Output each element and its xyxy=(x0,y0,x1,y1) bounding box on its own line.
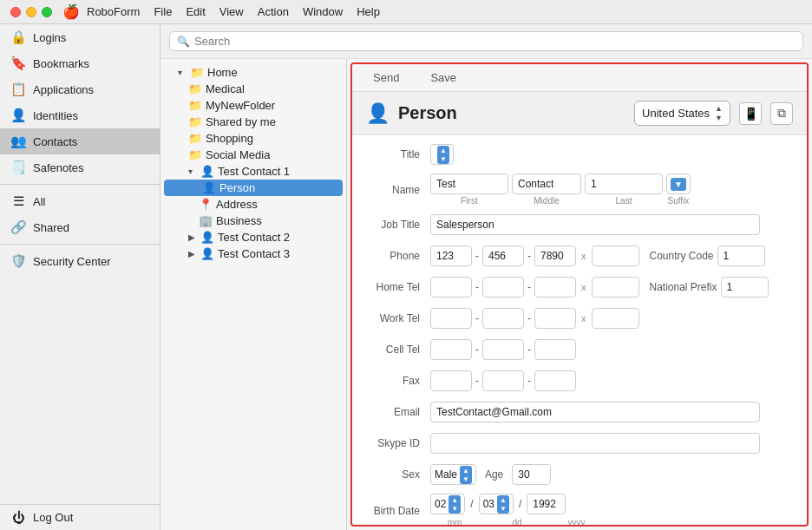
sidebar-item-shared[interactable]: 🔗 Shared xyxy=(0,214,160,240)
send-button[interactable]: Send xyxy=(366,69,406,86)
fax-seg1[interactable] xyxy=(430,370,472,391)
close-button[interactable] xyxy=(10,7,21,17)
middle-name-input[interactable] xyxy=(512,173,581,194)
country-dropdown[interactable]: United States ▲ ▼ xyxy=(634,101,730,126)
email-row: Email xyxy=(370,400,789,424)
menu-edit[interactable]: Edit xyxy=(186,5,205,18)
sidebar-item-identities[interactable]: 👤 Identities xyxy=(0,102,160,128)
fax-dash1: - xyxy=(475,375,479,387)
sex-select[interactable]: Male ▲ ▼ xyxy=(430,464,476,485)
suffix-select[interactable]: ▼ xyxy=(666,173,691,194)
menu-action[interactable]: Action xyxy=(258,5,289,18)
sex-age-controls: Male ▲ ▼ Age xyxy=(430,464,789,485)
device-icon-button[interactable]: 📱 xyxy=(739,102,762,125)
birth-mm-arrows[interactable]: ▲ ▼ xyxy=(449,495,461,514)
celltel-seg2[interactable] xyxy=(482,339,524,360)
sex-label: Sex xyxy=(370,468,430,481)
dd-up-arrow: ▲ xyxy=(500,496,507,504)
tree-item-person[interactable]: 👤 Person xyxy=(164,180,343,196)
phone-seg2[interactable] xyxy=(482,245,524,266)
tree-item-address[interactable]: 📍 Address xyxy=(160,196,346,213)
tree-item-social-media[interactable]: 📁 Social Media xyxy=(160,147,346,163)
copy-icon-button[interactable]: ⧉ xyxy=(770,102,793,125)
contacts-icon: 👥 xyxy=(10,134,26,149)
fax-controls: - - xyxy=(430,370,789,391)
job-title-input[interactable] xyxy=(430,214,760,235)
worktel-clear-btn[interactable]: x xyxy=(580,313,588,324)
birth-dd-arrows[interactable]: ▲ ▼ xyxy=(497,495,509,514)
menu-window[interactable]: Window xyxy=(303,5,343,18)
tree-item-shared-by-me[interactable]: 📁 Shared by me xyxy=(160,114,346,130)
birth-mm-select[interactable]: 02 ▲ ▼ xyxy=(430,494,465,514)
search-icon: 🔍 xyxy=(177,36,190,48)
search-wrap: 🔍 xyxy=(169,31,803,51)
sidebar-item-bookmarks[interactable]: 🔖 Bookmarks xyxy=(0,50,160,76)
last-name-input[interactable] xyxy=(585,173,663,194)
middle-name-group: Middle xyxy=(512,173,581,206)
cell-tel-controls: - - xyxy=(430,339,789,360)
save-button[interactable]: Save xyxy=(423,69,463,86)
worktel-seg3[interactable] xyxy=(534,308,576,329)
security-icon: 🛡️ xyxy=(10,253,26,269)
tree-item-shopping[interactable]: 📁 Shopping xyxy=(160,130,346,147)
title-arrows[interactable]: ▲ ▼ xyxy=(437,146,449,164)
tree-item-home[interactable]: ▾ 📁 Home xyxy=(160,64,346,81)
celltel-seg1[interactable] xyxy=(430,339,472,360)
tree-item-tc3[interactable]: ▶ 👤 Test Contact 3 xyxy=(160,245,346,262)
sidebar-item-security[interactable]: 🛡️ Security Center xyxy=(0,248,160,274)
job-title-controls xyxy=(430,214,789,235)
phone-seg3[interactable] xyxy=(534,245,576,266)
tree-item-medical[interactable]: 📁 Medical xyxy=(160,81,346,97)
tree-label-person: Person xyxy=(219,181,255,194)
menu-view[interactable]: View xyxy=(219,5,244,18)
hometel-seg2[interactable] xyxy=(482,277,524,298)
celltel-seg3[interactable] xyxy=(534,339,576,360)
hometel-clear-btn[interactable]: x xyxy=(580,282,588,292)
slash1: / xyxy=(470,498,473,510)
national-prefix-input[interactable] xyxy=(721,277,769,298)
menu-help[interactable]: Help xyxy=(357,5,380,18)
birth-yyyy-input[interactable] xyxy=(527,494,566,514)
name-row: Name First Middle xyxy=(370,173,789,206)
sidebar-item-safenotes[interactable]: 🗒️ Safenotes xyxy=(0,154,160,180)
hometel-seg1[interactable] xyxy=(430,277,472,298)
tree-item-tc2[interactable]: ▶ 👤 Test Contact 2 xyxy=(160,229,346,245)
fax-label: Fax xyxy=(370,375,430,387)
skype-input[interactable] xyxy=(430,433,760,454)
title-select[interactable]: ▲ ▼ xyxy=(430,144,454,165)
worktel-seg2[interactable] xyxy=(482,308,524,329)
hometel-seg3[interactable] xyxy=(534,277,576,298)
birth-dd-select[interactable]: 03 ▲ ▼ xyxy=(479,494,514,514)
first-name-input[interactable] xyxy=(430,173,508,194)
sidebar-item-contacts[interactable]: 👥 Contacts xyxy=(0,128,160,154)
phone-seg1[interactable] xyxy=(430,245,472,266)
sidebar-item-all[interactable]: ☰ All xyxy=(0,188,160,214)
menu-file[interactable]: File xyxy=(154,5,172,18)
phone-clear-btn[interactable]: x xyxy=(580,251,588,261)
fax-seg3[interactable] xyxy=(534,370,576,391)
sidebar-divider xyxy=(0,184,160,185)
birth-date-label: Birth Date xyxy=(370,505,430,517)
sex-arrows[interactable]: ▲ ▼ xyxy=(460,466,472,484)
worktel-extra[interactable] xyxy=(592,308,639,329)
age-input[interactable] xyxy=(512,464,551,485)
tree-item-test-contact-1[interactable]: ▾ 👤 Test Contact 1 xyxy=(160,163,346,180)
tree-item-business[interactable]: 🏢 Business xyxy=(160,213,346,229)
maximize-button[interactable] xyxy=(42,7,52,17)
country-code-input[interactable] xyxy=(717,245,765,266)
worktel-seg1[interactable] xyxy=(430,308,472,329)
fax-seg2[interactable] xyxy=(482,370,524,391)
all-icon: ☰ xyxy=(10,193,26,209)
minimize-button[interactable] xyxy=(26,7,36,17)
menu-roboform[interactable]: RoboForm xyxy=(87,5,140,18)
tree-item-mynewfolder[interactable]: 📁 MyNewFolder xyxy=(160,97,346,114)
hometel-extra[interactable] xyxy=(592,277,639,298)
sidebar-item-logins[interactable]: 🔒 Logins xyxy=(0,24,160,50)
applications-icon: 📋 xyxy=(10,82,26,97)
phone-extra[interactable] xyxy=(592,245,639,266)
email-input[interactable] xyxy=(430,402,760,422)
search-input[interactable] xyxy=(194,35,796,48)
sidebar-item-applications[interactable]: 📋 Applications xyxy=(0,76,160,102)
sidebar-item-logout[interactable]: ⏻ Log Out xyxy=(0,505,160,530)
person-header-icon: 👤 xyxy=(366,102,390,125)
